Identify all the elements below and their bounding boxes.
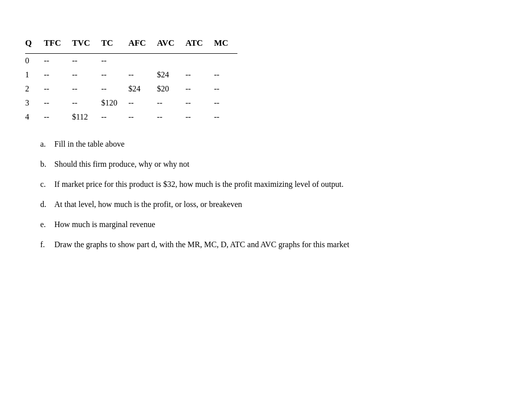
- question-item-e: e.How much is marginal revenue: [40, 219, 480, 231]
- col-header-afc: AFC: [126, 35, 155, 54]
- table-cell-r2-c2: --: [70, 82, 99, 96]
- table-cell-r1-c4: --: [126, 68, 155, 82]
- table-cell-r1-c3: --: [99, 68, 126, 82]
- col-header-mc: MC: [212, 35, 237, 54]
- table-cell-r0-c3: --: [99, 54, 126, 68]
- col-header-tvc: TVC: [70, 35, 99, 54]
- table-cell-r2-c5: $20: [155, 82, 184, 96]
- question-label-3: d.: [40, 198, 51, 211]
- col-header-avc: AVC: [155, 35, 184, 54]
- table-cell-r1-c6: --: [184, 68, 212, 82]
- table-cell-r0-c6: [184, 54, 212, 68]
- table-header-row: Q TFC TVC TC AFC AVC ATC MC: [25, 35, 237, 54]
- table-cell-r4-c7: --: [212, 110, 237, 124]
- question-text-0: Fill in the table above: [54, 138, 125, 150]
- table-cell-r3-c6: --: [184, 96, 212, 110]
- table-cell-r0-c5: [155, 54, 184, 68]
- table-cell-r1-c0: 1: [25, 68, 42, 82]
- table-cell-r4-c4: --: [126, 110, 155, 124]
- question-item-a: a.Fill in the table above: [40, 138, 480, 150]
- table-body: 0------1--------$24----2------$24$20----…: [25, 54, 237, 125]
- table-cell-r4-c6: --: [184, 110, 212, 124]
- question-item-c: c.If market price for this product is $3…: [40, 178, 480, 190]
- table-cell-r2-c7: --: [212, 82, 237, 96]
- table-cell-r0-c1: --: [42, 54, 70, 68]
- table-cell-r3-c4: --: [126, 96, 155, 110]
- table-row: 4--$112----------: [25, 110, 237, 124]
- table-cell-r4-c5: --: [155, 110, 184, 124]
- table-row: 0------: [25, 54, 237, 68]
- question-item-d: d.At that level, how much is the profit,…: [40, 198, 480, 211]
- question-text-4: How much is marginal revenue: [54, 219, 155, 231]
- table-cell-r0-c2: --: [70, 54, 99, 68]
- question-item-b: b.Should this firm produce, why or why n…: [40, 158, 480, 170]
- table-cell-r3-c2: --: [70, 96, 99, 110]
- table-cell-r3-c5: --: [155, 96, 184, 110]
- question-item-f: f.Draw the graphs to show part d, with t…: [40, 239, 480, 251]
- cost-table: Q TFC TVC TC AFC AVC ATC MC 0------1----…: [25, 35, 237, 124]
- table-cell-r2-c0: 2: [25, 82, 42, 96]
- table-row: 2------$24$20----: [25, 82, 237, 96]
- table-cell-r2-c6: --: [184, 82, 212, 96]
- question-label-2: c.: [40, 178, 51, 190]
- col-header-tfc: TFC: [42, 35, 70, 54]
- table-row: 3----$120--------: [25, 96, 237, 110]
- questions-list: a.Fill in the table aboveb.Should this f…: [40, 138, 480, 251]
- question-text-1: Should this firm produce, why or why not: [54, 158, 189, 170]
- col-header-tc: TC: [99, 35, 126, 54]
- table-cell-r2-c3: --: [99, 82, 126, 96]
- question-text-2: If market price for this product is $32,…: [54, 178, 344, 190]
- table-cell-r1-c5: $24: [155, 68, 184, 82]
- table-cell-r1-c1: --: [42, 68, 70, 82]
- table-cell-r4-c2: $112: [70, 110, 99, 124]
- col-header-atc: ATC: [184, 35, 212, 54]
- table-cell-r3-c0: 3: [25, 96, 42, 110]
- table-cell-r2-c4: $24: [126, 82, 155, 96]
- table-cell-r2-c1: --: [42, 82, 70, 96]
- table-cell-r3-c7: --: [212, 96, 237, 110]
- table-cell-r1-c7: --: [212, 68, 237, 82]
- question-text-3: At that level, how much is the profit, o…: [54, 198, 242, 211]
- table-cell-r4-c0: 4: [25, 110, 42, 124]
- question-text-5: Draw the graphs to show part d, with the…: [54, 239, 349, 251]
- table-cell-r3-c3: $120: [99, 96, 126, 110]
- table-cell-r0-c4: [126, 54, 155, 68]
- table-cell-r1-c2: --: [70, 68, 99, 82]
- table-cell-r3-c1: --: [42, 96, 70, 110]
- col-header-q: Q: [25, 35, 42, 54]
- table-cell-r0-c7: [212, 54, 237, 68]
- table-row: 1--------$24----: [25, 68, 237, 82]
- question-label-4: e.: [40, 219, 51, 231]
- question-label-5: f.: [40, 239, 51, 251]
- table-cell-r4-c1: --: [42, 110, 70, 124]
- question-label-0: a.: [40, 138, 51, 150]
- question-label-1: b.: [40, 158, 51, 170]
- table-cell-r4-c3: --: [99, 110, 126, 124]
- table-cell-r0-c0: 0: [25, 54, 42, 68]
